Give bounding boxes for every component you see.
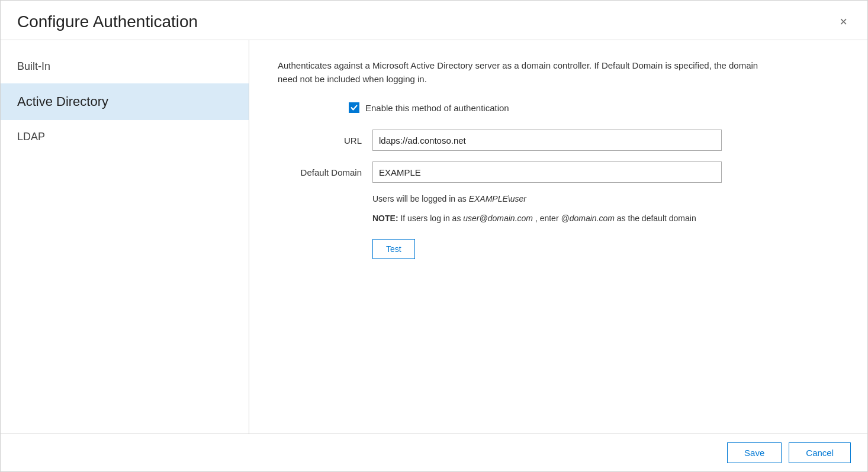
note-row: NOTE: If users log in as user@domain.com…	[372, 212, 763, 225]
note-italic-1: user@domain.com	[463, 214, 533, 223]
login-info-text: Users will be logged in as EXAMPLE\user	[372, 194, 526, 203]
sidebar-item-active-directory[interactable]: Active Directory	[1, 83, 249, 120]
description-text: Authenticates against a Microsoft Active…	[278, 59, 763, 86]
default-domain-label: Default Domain	[278, 167, 372, 177]
test-button[interactable]: Test	[372, 239, 415, 259]
dialog-header: Configure Authentication ×	[1, 1, 867, 40]
enable-checkbox[interactable]	[349, 102, 359, 113]
sidebar-item-builtin-label: Built-In	[17, 60, 50, 72]
enable-checkbox-label: Enable this method of authentication	[365, 103, 509, 113]
checkmark-icon	[351, 104, 358, 111]
sidebar: Built-In Active Directory LDAP	[1, 40, 249, 434]
note-italic-2: @domain.com	[561, 214, 614, 223]
note-text-2: , enter	[535, 214, 561, 223]
sidebar-item-ldap-label: LDAP	[17, 131, 45, 143]
dialog-footer: Save Cancel	[1, 434, 867, 471]
note-text-3: as the default domain	[617, 214, 696, 223]
default-domain-row: Default Domain	[278, 161, 839, 183]
note-text-1: If users log in as	[400, 214, 463, 223]
url-label: URL	[278, 135, 372, 146]
test-button-row: Test	[372, 239, 839, 259]
default-domain-input[interactable]	[372, 161, 722, 183]
note-text: NOTE: If users log in as user@domain.com…	[372, 214, 696, 223]
login-info-row: Users will be logged in as EXAMPLE\user	[372, 193, 839, 204]
sidebar-item-builtin[interactable]: Built-In	[1, 50, 249, 83]
close-button[interactable]: ×	[836, 13, 851, 31]
content-area: Authenticates against a Microsoft Active…	[249, 40, 867, 434]
dialog-body: Built-In Active Directory LDAP Authentic…	[1, 40, 867, 434]
url-row: URL	[278, 130, 839, 151]
enable-checkbox-wrapper[interactable]: Enable this method of authentication	[349, 102, 509, 113]
sidebar-item-ldap[interactable]: LDAP	[1, 120, 249, 154]
save-button[interactable]: Save	[727, 442, 782, 463]
sidebar-item-active-directory-label: Active Directory	[17, 94, 108, 109]
enable-row: Enable this method of authentication	[349, 102, 839, 113]
url-input[interactable]	[372, 130, 722, 151]
configure-authentication-dialog: Configure Authentication × Built-In Acti…	[0, 0, 868, 472]
login-info-italic: EXAMPLE\user	[469, 194, 526, 203]
dialog-title: Configure Authentication	[17, 12, 198, 31]
cancel-button[interactable]: Cancel	[789, 442, 851, 463]
note-bold: NOTE:	[372, 214, 398, 223]
